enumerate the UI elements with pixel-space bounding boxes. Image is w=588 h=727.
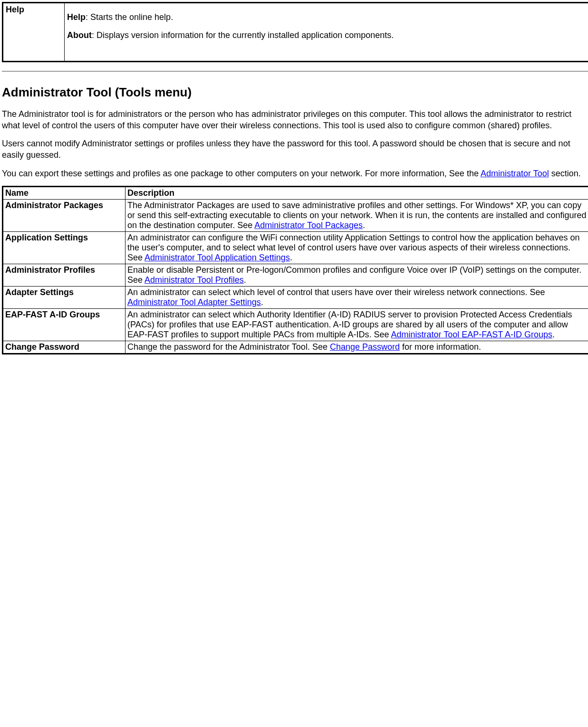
intro-para-2: Users cannot modify Administrator settin… [2, 138, 588, 161]
row-name: Administrator Profiles [3, 264, 125, 287]
help-text: : Starts the online help. [86, 12, 173, 22]
section-heading: Administrator Tool (Tools menu) [2, 85, 588, 100]
desc-text-end: . [363, 220, 365, 230]
table-row: Administrator Packages The Administrator… [3, 200, 588, 232]
para3-text-a: You can export these settings and profil… [2, 169, 481, 178]
table-row: Application Settings An administrator ca… [3, 232, 588, 264]
change-password-link[interactable]: Change Password [330, 342, 400, 352]
intro-para-1: The Administrator tool is for administra… [2, 108, 588, 132]
description-header: Description [125, 187, 588, 200]
desc-text-end: . [261, 297, 263, 307]
help-menu-description: Help: Starts the online help. About: Dis… [65, 3, 588, 62]
administrator-tool-link[interactable]: Administrator Tool [481, 169, 549, 178]
desc-text: An administrator can select which level … [127, 287, 545, 297]
row-description: An administrator can select which level … [125, 287, 588, 309]
desc-text-end: . [290, 253, 292, 262]
desc-text-end: . [552, 330, 555, 339]
para3-text-b: section. [549, 169, 581, 178]
row-name: Administrator Packages [3, 200, 125, 232]
row-description: An administrator can configure the WiFi … [125, 232, 588, 264]
name-header: Name [3, 187, 125, 200]
administrator-tool-adapter-settings-link[interactable]: Administrator Tool Adapter Settings [127, 297, 261, 307]
help-item-para: Help: Starts the online help. [67, 11, 586, 23]
about-bold: About [67, 30, 92, 40]
administrator-tool-table: Name Description Administrator Packages … [2, 186, 588, 354]
about-text: : Displays version information for the c… [92, 30, 394, 40]
row-description: An administrator can select which Author… [125, 309, 588, 341]
help-bold: Help [67, 12, 86, 22]
row-name: Adapter Settings [3, 287, 125, 309]
table-row: Help Help: Starts the online help. About… [3, 3, 588, 62]
desc-text: Change the password for the Administrato… [127, 342, 330, 352]
table-header-row: Name Description [3, 187, 588, 200]
divider [2, 71, 588, 72]
administrator-tool-packages-link[interactable]: Administrator Tool Packages [254, 220, 363, 230]
help-table: Help Help: Starts the online help. About… [2, 2, 588, 62]
row-name: Change Password [3, 341, 125, 354]
row-description: Change the password for the Administrato… [125, 341, 588, 354]
table-row: Adapter Settings An administrator can se… [3, 287, 588, 309]
about-item-para: About: Displays version information for … [67, 29, 586, 41]
administrator-tool-eap-fast-aid-groups-link[interactable]: Administrator Tool EAP-FAST A-ID Groups [391, 330, 552, 339]
intro-para-3: You can export these settings and profil… [2, 168, 588, 179]
desc-text-end: . [244, 275, 246, 285]
administrator-tool-application-settings-link[interactable]: Administrator Tool Application Settings [145, 253, 290, 262]
row-description: Enable or disable Persistent or Pre-logo… [125, 264, 588, 287]
row-description: The Administrator Packages are used to s… [125, 200, 588, 232]
table-row: Change Password Change the password for … [3, 341, 588, 354]
table-row: EAP-FAST A-ID Groups An administrator ca… [3, 309, 588, 341]
desc-text-end: for more information. [400, 342, 481, 352]
row-name: Application Settings [3, 232, 125, 264]
administrator-tool-profiles-link[interactable]: Administrator Tool Profiles [145, 275, 244, 285]
help-menu-label: Help [3, 3, 65, 62]
table-row: Administrator Profiles Enable or disable… [3, 264, 588, 287]
row-name: EAP-FAST A-ID Groups [3, 309, 125, 341]
